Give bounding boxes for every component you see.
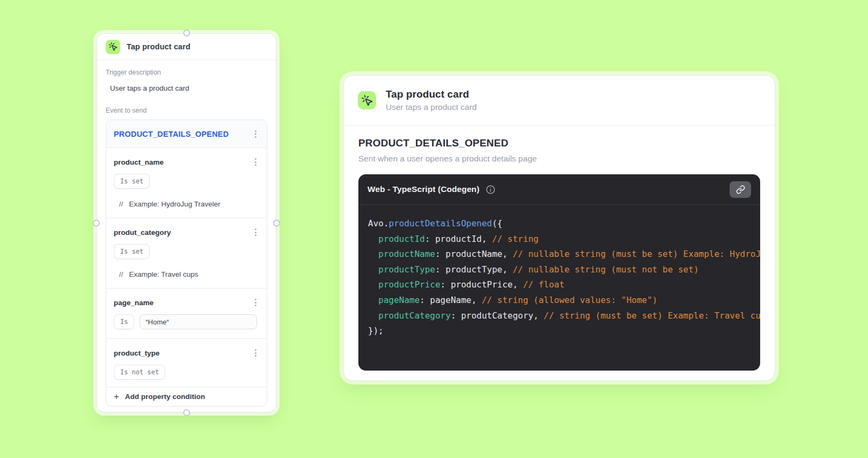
property-example-comment: //Example: HydroJug Traveler (114, 200, 259, 208)
event-name-heading: PRODUCT_DETAILS_OPENED (358, 137, 760, 149)
condition-chip[interactable]: Is not set (114, 365, 165, 380)
condition-chip[interactable]: Is (114, 314, 134, 329)
trigger-detail-card: Tap product card User taps a product car… (343, 75, 775, 381)
detail-header: Tap product card User taps a product car… (344, 76, 775, 125)
info-icon[interactable] (486, 184, 496, 195)
flow-canvas[interactable]: Tap product card Trigger description Use… (0, 0, 868, 458)
kebab-menu-icon[interactable] (252, 129, 259, 139)
tap-cursor-icon (106, 40, 120, 54)
trigger-node-header: Tap product card (97, 34, 276, 60)
kebab-menu-icon[interactable] (252, 227, 259, 238)
event-to-send-label: Event to send (106, 107, 267, 114)
kebab-menu-icon[interactable] (252, 348, 259, 358)
detail-subtitle: User taps a product card (386, 102, 477, 112)
kebab-menu-icon[interactable] (252, 297, 259, 308)
trigger-node[interactable]: Tap product card Trigger description Use… (97, 33, 276, 412)
property-name: product_type (114, 349, 160, 357)
code-snippet-header: Web - TypeScript (Codegen) (358, 174, 760, 205)
property-name: produt_category (114, 228, 171, 237)
property-row-page-name: page_name Is (106, 289, 267, 339)
property-row-product-type: product_type Is not set (106, 339, 267, 387)
code-lines[interactable]: Avo.productDetailsOpened({ productId: pr… (358, 205, 760, 350)
tap-cursor-icon (358, 91, 376, 109)
copy-link-button[interactable] (730, 181, 751, 198)
property-row-produt-category: produt_category Is set //Example: Travel… (106, 218, 267, 289)
trigger-node-title: Tap product card (127, 42, 190, 51)
event-description: Sent when a user openes a product detail… (358, 154, 760, 164)
add-property-condition-button[interactable]: + Add property condition (106, 387, 267, 406)
event-row[interactable]: PRODUCT_DETAILS_OPENED (106, 120, 267, 148)
kebab-menu-icon[interactable] (252, 157, 259, 167)
event-name-link[interactable]: PRODUCT_DETAILS_OPENED (114, 130, 229, 138)
property-row-product-name: product_name Is set //Example: HydroJug … (106, 148, 267, 218)
trigger-description-text: User taps a product card (106, 84, 267, 92)
property-name: product_name (114, 158, 164, 166)
detail-title: Tap product card (386, 88, 477, 100)
trigger-description-label: Trigger description (106, 69, 267, 76)
link-icon (736, 185, 745, 194)
flow-handle-right[interactable] (273, 219, 280, 226)
property-value-input[interactable] (139, 314, 257, 329)
property-name: page_name (114, 299, 153, 307)
flow-handle-bottom[interactable] (183, 409, 190, 416)
condition-chip[interactable]: Is set (114, 244, 150, 259)
code-snippet-card: Web - TypeScript (Codegen) Avo. (358, 174, 760, 371)
property-example-comment: //Example: Travel cups (114, 270, 259, 278)
event-condition-box: PRODUCT_DETAILS_OPENED product_name Is s… (106, 120, 267, 407)
flow-handle-top[interactable] (183, 29, 190, 36)
flow-handle-left[interactable] (93, 219, 100, 226)
plus-icon: + (114, 392, 119, 401)
code-source-label: Web - TypeScript (Codegen) (367, 184, 480, 194)
condition-chip[interactable]: Is set (114, 174, 150, 189)
